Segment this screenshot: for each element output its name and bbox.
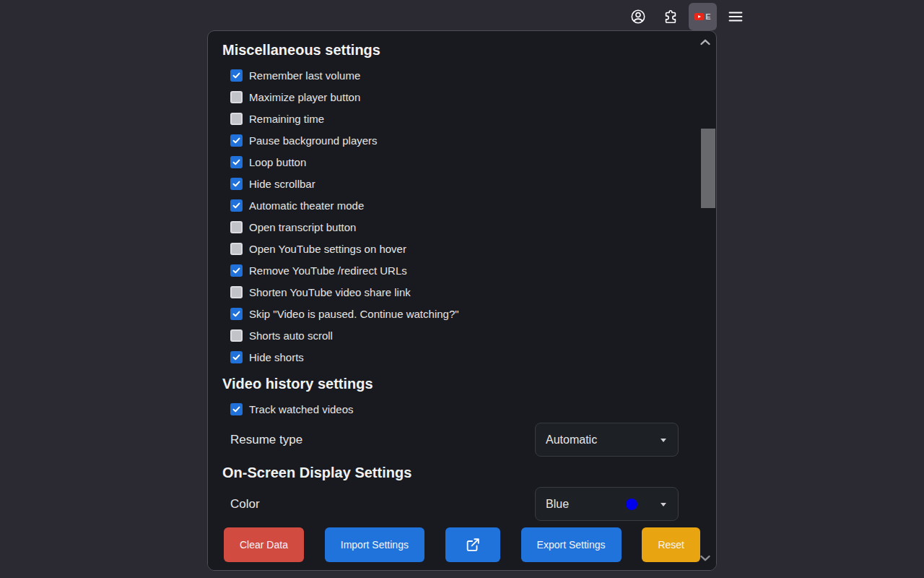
checkbox-label[interactable]: Open YouTube settings on hover (249, 243, 406, 255)
checkbox-checked[interactable] (230, 156, 243, 168)
checkbox-row: Remaining time (222, 108, 702, 129)
account-button[interactable] (627, 5, 650, 28)
checkbox-label[interactable]: Track watched videos (249, 403, 354, 415)
open-external-button[interactable] (445, 527, 500, 562)
checkbox-checked[interactable] (230, 264, 243, 277)
checkbox-checked[interactable] (230, 199, 243, 212)
settings-list: Miscellaneous settingsRemember last volu… (208, 31, 716, 521)
setting-label: Color (230, 497, 260, 512)
chevron-down-icon (661, 439, 666, 442)
checkbox-label[interactable]: Automatic theater mode (249, 199, 364, 212)
scrollbar-thumb[interactable] (701, 129, 715, 208)
checkbox-label[interactable]: Skip "Video is paused. Continue watching… (249, 308, 459, 320)
checkbox-row: Automatic theater mode (222, 194, 702, 216)
checkbox-row: Loop button (222, 151, 702, 173)
external-link-icon (465, 537, 481, 553)
color-swatch (626, 499, 637, 510)
checkbox-row: Pause background players (222, 129, 702, 151)
color-select[interactable]: Blue (535, 487, 679, 521)
menu-button[interactable] (724, 5, 747, 28)
checkbox-row: Open transcript button (222, 216, 702, 238)
setting-row: ColorBlue (222, 487, 702, 521)
checkbox-label[interactable]: Pause background players (249, 134, 378, 147)
checkbox-unchecked[interactable] (230, 243, 243, 255)
checkbox-label[interactable]: Loop button (249, 156, 306, 168)
checkbox-label[interactable]: Shorts auto scroll (249, 329, 333, 342)
youtube-enhancer-icon-letter: E (705, 13, 710, 21)
checkbox-label[interactable]: Hide scrollbar (249, 178, 315, 190)
export-settings-button[interactable]: Export Settings (521, 527, 622, 562)
checkbox-row: Hide scrollbar (222, 173, 702, 194)
checkbox-row: Shorts auto scroll (222, 324, 702, 346)
checkbox-checked[interactable] (230, 134, 243, 147)
checkbox-unchecked[interactable] (230, 91, 243, 103)
extensions-button[interactable] (659, 5, 682, 28)
clear-data-button[interactable]: Clear Data (224, 527, 304, 562)
youtube-enhancer-icon (694, 13, 704, 20)
extension-button-youtube-enhancer[interactable]: E (689, 3, 717, 30)
checkbox-row: Remember last volume (222, 64, 702, 86)
resume-type-select[interactable]: Automatic (535, 423, 679, 457)
scroll-up-icon[interactable] (699, 36, 711, 49)
checkbox-unchecked[interactable] (230, 221, 243, 233)
select-value: Blue (546, 498, 569, 511)
checkbox-row: Open YouTube settings on hover (222, 238, 702, 259)
reset-button[interactable]: Reset (642, 527, 700, 562)
select-value: Automatic (546, 434, 597, 447)
scroll-down-icon[interactable] (699, 552, 711, 565)
import-settings-button[interactable]: Import Settings (325, 527, 424, 562)
checkbox-row: Track watched videos (222, 398, 702, 420)
section-heading: Miscellaneous settings (222, 41, 702, 59)
checkbox-row: Remove YouTube /redirect URLs (222, 259, 702, 281)
hamburger-menu-icon (728, 10, 743, 23)
checkbox-label[interactable]: Remember last volume (249, 69, 360, 82)
checkbox-row: Hide shorts (222, 346, 702, 368)
checkbox-label[interactable]: Open transcript button (249, 221, 356, 233)
setting-row: Resume typeAutomatic (222, 423, 702, 457)
checkbox-checked[interactable] (230, 69, 243, 82)
checkbox-label[interactable]: Hide shorts (249, 351, 304, 363)
checkbox-unchecked[interactable] (230, 329, 243, 342)
section-heading: Video history settings (222, 375, 702, 392)
setting-label: Resume type (230, 433, 302, 447)
checkbox-label[interactable]: Maximize player button (249, 91, 360, 103)
account-icon (629, 8, 647, 25)
checkbox-label[interactable]: Remove YouTube /redirect URLs (249, 264, 407, 277)
checkbox-checked[interactable] (230, 308, 243, 320)
puzzle-icon (663, 9, 679, 25)
popup-footer: Clear DataImport SettingsExport Settings… (208, 527, 716, 570)
checkbox-row: Shorten YouTube video share link (222, 281, 702, 303)
extension-popup: Miscellaneous settingsRemember last volu… (207, 30, 717, 571)
checkbox-checked[interactable] (230, 178, 243, 190)
checkbox-unchecked[interactable] (230, 286, 243, 298)
checkbox-checked[interactable] (230, 403, 243, 415)
checkbox-label[interactable]: Shorten YouTube video share link (249, 286, 411, 298)
checkbox-label[interactable]: Remaining time (249, 113, 324, 125)
section-heading: On-Screen Display Settings (222, 464, 702, 481)
chevron-down-icon (661, 503, 666, 506)
checkbox-row: Skip "Video is paused. Continue watching… (222, 303, 702, 324)
checkbox-checked[interactable] (230, 351, 243, 363)
checkbox-row: Maximize player button (222, 86, 702, 108)
checkbox-unchecked[interactable] (230, 113, 243, 125)
